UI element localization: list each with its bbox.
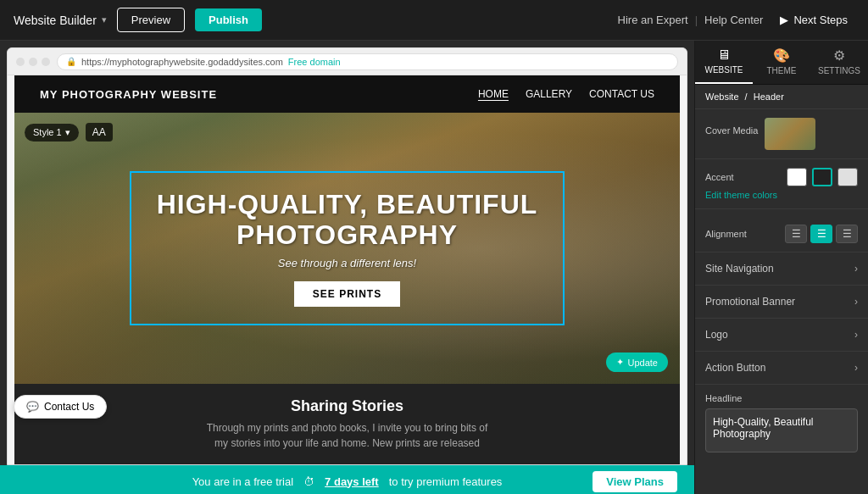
browser-chrome: 🔒 https://myphotographywebsite.godaddysi…	[7, 47, 687, 465]
settings-tab-label: SETTINGS	[818, 66, 860, 75]
headline-textarea[interactable]: High-Quality, Beautiful Photography	[705, 408, 858, 452]
promotional-banner-label: Promotional Banner	[705, 296, 795, 308]
site-navigation-label: Site Navigation	[705, 263, 774, 275]
align-right-button[interactable]: ☰	[836, 225, 858, 243]
browser-dots	[16, 58, 50, 66]
top-bar: Website Builder ▾ Preview Publish Hire a…	[0, 0, 868, 41]
logo-row[interactable]: Logo ›	[695, 319, 868, 352]
canvas-area: 🔒 https://myphotographywebsite.godaddysi…	[0, 41, 694, 494]
accent-swatches	[787, 168, 858, 186]
website-preview: MY PHOTOGRAPHY WEBSITE HOME GALLERY CONT…	[14, 75, 680, 464]
top-links: Hire an Expert | Help Center	[618, 14, 764, 26]
accent-swatch-black[interactable]	[812, 168, 832, 186]
align-left-button[interactable]: ☰	[785, 225, 807, 243]
below-fold-title: Sharing Stories	[40, 397, 654, 415]
cover-media-row: Cover Media	[705, 118, 858, 150]
next-steps-label: Next Steps	[793, 14, 848, 26]
browser-toolbar: 🔒 https://myphotographywebsite.godaddysi…	[8, 48, 687, 75]
panel-tabs: 🖥 WEBSITE 🎨 THEME ⚙ SETTINGS	[695, 41, 868, 85]
nav-contact[interactable]: CONTACT US	[589, 88, 654, 100]
breadcrumb: Website / Header	[695, 85, 868, 109]
cover-media-thumbnail[interactable]	[765, 118, 815, 150]
hero-cta-button[interactable]: SEE PRINTS	[294, 281, 400, 307]
brand: Website Builder ▾	[14, 14, 107, 27]
breadcrumb-root[interactable]: Website	[705, 92, 739, 102]
theme-tab-icon: 🎨	[773, 47, 790, 64]
dot-green	[42, 58, 50, 66]
trial-bar: You are in a free trial ⏱ 7 days left to…	[0, 465, 694, 494]
hero-title-line1: HIGH-QUALITY, BEAUTIFUL	[157, 189, 538, 219]
tab-theme[interactable]: 🎨 THEME	[753, 41, 810, 84]
view-plans-button[interactable]: View Plans	[593, 471, 677, 492]
hire-expert-link[interactable]: Hire an Expert	[618, 14, 688, 26]
headline-label: Headline	[705, 393, 858, 403]
below-fold: Sharing Stories Through my prints and ph…	[14, 384, 680, 464]
update-icon: ✦	[616, 357, 624, 368]
breadcrumb-separator: /	[745, 92, 748, 102]
alignment-buttons: ☰ ☰ ☰	[785, 225, 858, 243]
promotional-banner-row[interactable]: Promotional Banner ›	[695, 286, 868, 319]
logo-label: Logo	[705, 329, 728, 341]
logo-chevron: ›	[854, 329, 858, 341]
trial-suffix: to try premium features	[389, 475, 503, 488]
theme-tab-label: THEME	[767, 66, 797, 75]
preview-button[interactable]: Preview	[117, 8, 185, 32]
action-button-chevron: ›	[854, 362, 858, 374]
cover-media-section: Cover Media	[695, 109, 868, 159]
brand-label: Website Builder	[14, 14, 97, 27]
dot-yellow	[29, 58, 37, 66]
breadcrumb-current: Header	[754, 92, 784, 102]
next-steps-button[interactable]: ▶ Next Steps	[773, 10, 854, 30]
tab-settings[interactable]: ⚙ SETTINGS	[810, 41, 868, 84]
days-left-link[interactable]: 7 days left	[325, 475, 379, 488]
alignment-row: Alignment ☰ ☰ ☰	[705, 225, 858, 243]
accent-label: Accent	[705, 172, 734, 182]
hero-title: HIGH-QUALITY, BEAUTIFUL PHOTOGRAPHY	[157, 190, 538, 249]
contact-icon: 💬	[26, 401, 39, 413]
help-center-link[interactable]: Help Center	[704, 14, 763, 26]
alignment-label: Alignment	[705, 229, 747, 239]
clock-icon: ⏱	[303, 475, 314, 488]
site-navigation-chevron: ›	[854, 263, 858, 275]
dot-red	[16, 58, 25, 66]
edit-theme-link[interactable]: Edit theme colors	[705, 190, 858, 200]
tab-website[interactable]: 🖥 WEBSITE	[695, 41, 753, 84]
website-tab-label: WEBSITE	[704, 65, 743, 75]
site-logo: MY PHOTOGRAPHY WEBSITE	[40, 88, 217, 101]
separator: |	[695, 14, 698, 26]
below-fold-text: Through my prints and photo books, I inv…	[40, 420, 654, 451]
action-button-label: Action Button	[705, 362, 765, 374]
contact-us-button[interactable]: 💬 Contact Us	[14, 395, 107, 419]
site-navigation-row[interactable]: Site Navigation ›	[695, 253, 868, 286]
main-area: 🔒 https://myphotographywebsite.godaddysi…	[0, 41, 868, 494]
accent-section: Accent Edit theme colors	[695, 159, 868, 209]
hero-subtitle: See through a different lens!	[157, 257, 538, 269]
site-nav: HOME GALLERY CONTACT US	[478, 88, 654, 100]
nav-home[interactable]: HOME	[478, 88, 509, 100]
action-button-row[interactable]: Action Button ›	[695, 352, 868, 385]
hero-selection-box: HIGH-QUALITY, BEAUTIFUL PHOTOGRAPHY See …	[130, 171, 565, 325]
accent-swatch-white[interactable]	[787, 168, 807, 186]
settings-tab-icon: ⚙	[833, 47, 845, 64]
lock-icon: 🔒	[66, 57, 76, 66]
canvas-wrapper: 🔒 https://myphotographywebsite.godaddysi…	[0, 41, 694, 465]
accent-swatch-gray[interactable]	[837, 168, 858, 186]
free-domain-link[interactable]: Free domain	[288, 57, 341, 67]
hero-section: Style 1 ▾ AA HIGH-QUALITY, BEAUTIFUL PHO…	[14, 113, 680, 384]
cover-media-image	[765, 118, 815, 150]
headline-section: Headline High-Quality, Beautiful Photogr…	[695, 385, 868, 464]
nav-gallery[interactable]: GALLERY	[526, 88, 572, 100]
update-label: Update	[628, 358, 658, 368]
site-header: MY PHOTOGRAPHY WEBSITE HOME GALLERY CONT…	[14, 75, 680, 113]
cover-media-label: Cover Media	[705, 125, 758, 136]
update-badge[interactable]: ✦ Update	[606, 352, 668, 372]
accent-row: Accent	[705, 168, 858, 186]
promotional-banner-chevron: ›	[854, 296, 858, 308]
contact-label: Contact Us	[44, 401, 94, 413]
url-text: https://myphotographywebsite.godaddysite…	[81, 57, 283, 67]
right-panel: 🖥 WEBSITE 🎨 THEME ⚙ SETTINGS Website / H…	[694, 41, 868, 494]
align-center-button[interactable]: ☰	[810, 225, 832, 243]
publish-button[interactable]: Publish	[195, 8, 262, 31]
address-bar[interactable]: 🔒 https://myphotographywebsite.godaddysi…	[57, 53, 678, 70]
brand-chevron: ▾	[102, 14, 107, 25]
